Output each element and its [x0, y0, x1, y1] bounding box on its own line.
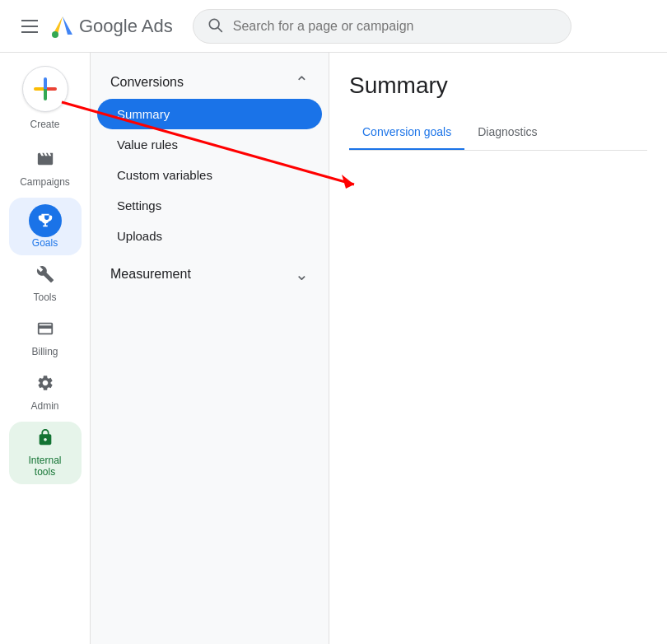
nav-item-settings-label: Settings — [117, 198, 161, 212]
sidebar: Create Campaigns Goals — [0, 53, 91, 644]
sidebar-item-tools[interactable]: Tools — [9, 259, 82, 310]
content-white-box — [349, 170, 647, 500]
sidebar-item-billing-label: Billing — [31, 346, 58, 357]
nav-section-conversions[interactable]: Conversions ⌃ — [91, 66, 329, 99]
nav-item-value-rules[interactable]: Value rules — [91, 129, 329, 160]
create-button[interactable] — [22, 66, 68, 112]
goals-icon-circle — [29, 204, 62, 237]
svg-line-3 — [218, 27, 222, 31]
nav-item-value-rules-label: Value rules — [117, 138, 178, 152]
nav-item-custom-variables-label: Custom variables — [117, 168, 212, 182]
plus-v-top — [44, 77, 47, 89]
sidebar-item-tools-label: Tools — [33, 292, 56, 303]
search-icon — [207, 16, 223, 36]
search-bar[interactable] — [193, 9, 571, 44]
sidebar-item-internal-tools[interactable]: Internal tools — [9, 422, 82, 484]
google-ads-logo-icon — [49, 13, 76, 40]
tools-icon — [36, 265, 54, 288]
nav-item-settings[interactable]: Settings — [91, 190, 329, 221]
create-label: Create — [30, 119, 59, 130]
sidebar-item-admin-label: Admin — [30, 400, 58, 412]
main-layout: Create Campaigns Goals — [0, 53, 667, 644]
hamburger-button[interactable] — [13, 10, 46, 43]
hamburger-line-2 — [21, 26, 38, 27]
logo-text: Google Ads — [79, 16, 173, 37]
search-input[interactable] — [233, 19, 557, 34]
sidebar-item-goals-label: Goals — [32, 237, 58, 249]
admin-icon — [36, 374, 54, 397]
sidebar-item-admin[interactable]: Admin — [9, 367, 82, 418]
plus-v-bottom — [44, 89, 47, 100]
nav-item-summary[interactable]: Summary — [97, 99, 322, 129]
nav-section-measurement-title: Measurement — [110, 267, 191, 282]
svg-point-1 — [52, 31, 58, 38]
billing-icon — [36, 320, 54, 343]
tab-diagnostics-label: Diagnostics — [478, 125, 537, 138]
hamburger-line-3 — [21, 31, 38, 33]
sidebar-item-internal-tools-label: Internal tools — [19, 455, 72, 478]
tab-conversion-goals-label: Conversion goals — [362, 125, 451, 138]
header: Google Ads — [0, 0, 667, 53]
nav-section-conversions-title: Conversions — [110, 75, 184, 90]
nav-item-uploads[interactable]: Uploads — [91, 221, 329, 251]
content-area: Summary Conversion goals Diagnostics — [329, 53, 667, 644]
sidebar-item-campaigns[interactable]: Campaigns — [9, 143, 82, 194]
tab-conversion-goals[interactable]: Conversion goals — [349, 115, 464, 150]
sidebar-item-billing[interactable]: Billing — [9, 313, 82, 364]
page-title: Summary — [349, 72, 647, 99]
hamburger-line-1 — [21, 20, 38, 21]
nav-measurement-chevron-down-icon: ⌄ — [295, 264, 309, 284]
tab-diagnostics[interactable]: Diagnostics — [464, 115, 550, 150]
campaigns-icon — [36, 150, 54, 173]
nav-item-custom-variables[interactable]: Custom variables — [91, 160, 329, 190]
logo-area: Google Ads — [49, 13, 173, 40]
nav-item-uploads-label: Uploads — [117, 229, 162, 243]
nav-conversions-chevron-up-icon: ⌃ — [295, 72, 309, 92]
nav-panel: Conversions ⌃ Summary Value rules Custom… — [91, 53, 329, 644]
plus-icon — [34, 77, 57, 100]
nav-section-measurement[interactable]: Measurement ⌄ — [91, 258, 329, 291]
sidebar-item-campaigns-label: Campaigns — [20, 176, 70, 188]
sidebar-item-goals[interactable]: Goals — [9, 198, 82, 255]
create-button-wrapper: Create — [22, 66, 68, 130]
tabs-bar: Conversion goals Diagnostics — [349, 115, 647, 151]
nav-item-summary-label: Summary — [117, 107, 170, 121]
internal-tools-icon — [36, 428, 54, 451]
